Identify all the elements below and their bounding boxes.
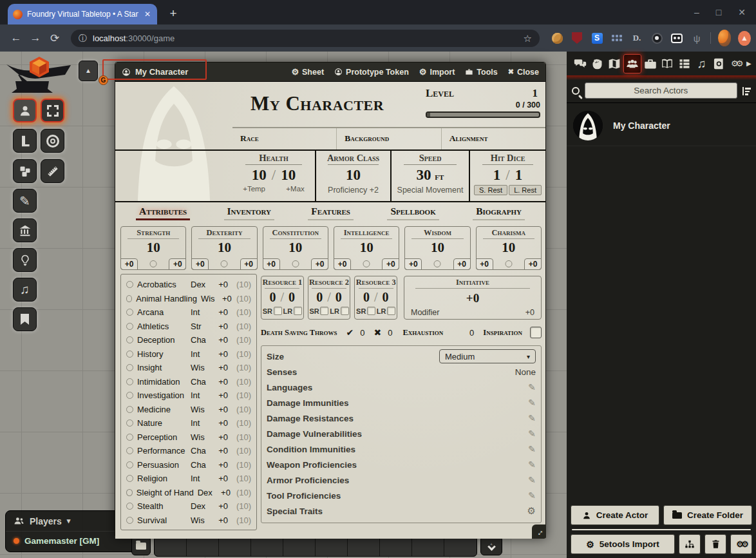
skill-name[interactable]: Medicine <box>137 405 187 414</box>
shield-extension-icon[interactable] <box>571 32 583 44</box>
configure-gears-button[interactable]: ⚙⚙ <box>730 534 752 554</box>
tab-tables[interactable] <box>676 54 694 73</box>
level-value[interactable]: 1 <box>533 87 541 100</box>
skill-proficiency-radio[interactable] <box>126 281 133 288</box>
death-success-count[interactable]: 0 <box>360 328 364 338</box>
lr-checkbox[interactable] <box>294 307 302 315</box>
forward-icon[interactable]: → <box>26 32 45 44</box>
tab-close-icon[interactable]: ✕ <box>143 10 152 19</box>
skill-proficiency-radio[interactable] <box>126 406 133 413</box>
sr-checkbox[interactable] <box>274 307 282 315</box>
sort-icon[interactable] <box>742 86 751 95</box>
skill-proficiency-radio[interactable] <box>126 392 133 399</box>
skill-proficiency-radio[interactable] <box>126 336 133 343</box>
reload-icon[interactable]: ⟳ <box>45 32 64 45</box>
skill-proficiency-radio[interactable] <box>126 447 133 454</box>
ruler2-tool-button[interactable] <box>41 159 64 183</box>
s-extension-icon[interactable]: S <box>591 32 603 44</box>
alignment-field[interactable]: Alignment <box>441 128 545 149</box>
ability-score[interactable]: 10 <box>477 240 541 256</box>
ability-save-mod[interactable]: +0 <box>334 258 351 270</box>
exhaustion-value[interactable]: 0 <box>469 328 474 338</box>
tuning-fork-extension-icon[interactable]: ψ <box>690 32 703 44</box>
ability-score[interactable]: 10 <box>405 240 469 256</box>
edit-icon[interactable]: ✎ <box>528 490 536 501</box>
speed-value[interactable]: 30 <box>417 167 431 183</box>
d-extension-icon[interactable]: D. <box>630 32 643 44</box>
sheet-config-button[interactable]: ⚙Sheet <box>291 67 324 77</box>
browser-update-icon[interactable]: ▲ <box>738 32 751 44</box>
skill-row[interactable]: Performance Cha +0 (10) <box>126 444 251 458</box>
lens-extension-icon[interactable] <box>650 32 663 44</box>
long-rest-button[interactable]: L. Rest <box>509 185 542 195</box>
collapse-controls-button[interactable]: ▲ <box>79 61 98 81</box>
skill-proficiency-radio[interactable] <box>126 461 133 468</box>
folder-tree-button[interactable] <box>679 534 701 554</box>
tab-actors[interactable] <box>623 54 642 73</box>
skill-row[interactable]: Acrobatics Dex +0 (10) <box>126 278 251 292</box>
skill-row[interactable]: Deception Cha +0 (10) <box>126 333 251 347</box>
import-button[interactable]: ⚙Import <box>419 67 455 77</box>
race-field[interactable]: Race <box>232 128 336 149</box>
edit-icon[interactable]: ✎ <box>528 428 536 439</box>
skill-name[interactable]: Persuasion <box>137 460 187 470</box>
skill-name[interactable]: Deception <box>137 335 187 345</box>
character-name[interactable]: My Character <box>250 92 384 115</box>
ability-save-mod[interactable]: +0 <box>404 258 422 270</box>
drawing-tool-button[interactable]: ✎ <box>13 189 37 213</box>
skill-proficiency-radio[interactable] <box>126 419 133 427</box>
actor-avatar[interactable] <box>573 111 603 140</box>
skill-name[interactable]: Perception <box>137 432 187 442</box>
skill-row[interactable]: Athletics Str +0 (10) <box>126 320 251 334</box>
initiative-value[interactable]: +0 <box>404 291 541 305</box>
skill-proficiency-radio[interactable] <box>126 364 133 371</box>
lr-checkbox[interactable] <box>387 307 395 315</box>
edit-icon[interactable]: ✎ <box>528 413 536 423</box>
delete-all-button[interactable] <box>704 534 726 554</box>
select-tool-button[interactable] <box>41 99 64 122</box>
maximize-icon[interactable]: □ <box>716 7 721 17</box>
edit-icon[interactable]: ✎ <box>528 475 536 485</box>
ability-proficiency-radio[interactable] <box>363 260 370 267</box>
tab-features[interactable]: Features <box>308 206 354 220</box>
skill-row[interactable]: Stealth Dex +0 (10) <box>126 499 251 514</box>
g-badge[interactable]: G <box>99 75 108 85</box>
skill-proficiency-radio[interactable] <box>126 434 133 441</box>
tab-combat[interactable] <box>589 54 607 73</box>
tab-spellbook[interactable]: Spellbook <box>387 206 439 220</box>
back-icon[interactable]: ← <box>6 32 26 44</box>
cookie-extension-icon[interactable] <box>551 32 563 44</box>
ability-score[interactable]: 10 <box>334 240 399 256</box>
skill-name[interactable]: Nature <box>137 418 187 428</box>
grid-extension-icon[interactable] <box>610 32 623 44</box>
resource-label[interactable]: Resource 1 <box>261 278 303 289</box>
tab-compendium[interactable] <box>710 54 728 73</box>
dice-tool-button[interactable] <box>13 159 37 183</box>
robot-extension-icon[interactable] <box>670 32 683 44</box>
hit-dice-value[interactable]: 1 <box>493 167 501 183</box>
skill-row[interactable]: Nature Int +0 (10) <box>126 416 251 430</box>
resource-max[interactable]: 0 <box>288 290 295 304</box>
skill-row[interactable]: Persuasion Cha +0 (10) <box>126 458 251 472</box>
ability-save-mod[interactable]: +0 <box>263 258 280 270</box>
resource-max[interactable]: 0 <box>335 290 342 304</box>
edit-icon[interactable]: ✎ <box>528 459 536 470</box>
skill-row[interactable]: Arcana Int +0 (10) <box>126 305 251 320</box>
ability-proficiency-radio[interactable] <box>221 260 228 267</box>
skill-row[interactable]: Sleight of Hand Dex +0 (10) <box>126 486 251 500</box>
profile-avatar[interactable] <box>718 32 731 44</box>
ability-save-mod[interactable]: +0 <box>120 258 138 270</box>
resource-label[interactable]: Resource 2 <box>308 278 350 289</box>
macro-slot[interactable] <box>187 537 219 556</box>
skill-name[interactable]: Investigation <box>137 390 187 400</box>
ability-proficiency-radio[interactable] <box>292 260 299 267</box>
hotbar-page-button[interactable]: ▴ <box>480 536 502 555</box>
skill-proficiency-radio[interactable] <box>126 323 133 330</box>
death-fail-count[interactable]: 0 <box>388 328 392 338</box>
macro-folder-button[interactable] <box>131 536 151 555</box>
window-resize-handle[interactable]: ↔ <box>532 524 546 539</box>
ability-check-mod[interactable]: +0 <box>524 258 542 270</box>
xp-text[interactable]: 0 / 300 <box>426 101 540 110</box>
ability-name[interactable]: Intelligence <box>334 228 399 239</box>
hp-max[interactable]: 10 <box>281 167 296 183</box>
